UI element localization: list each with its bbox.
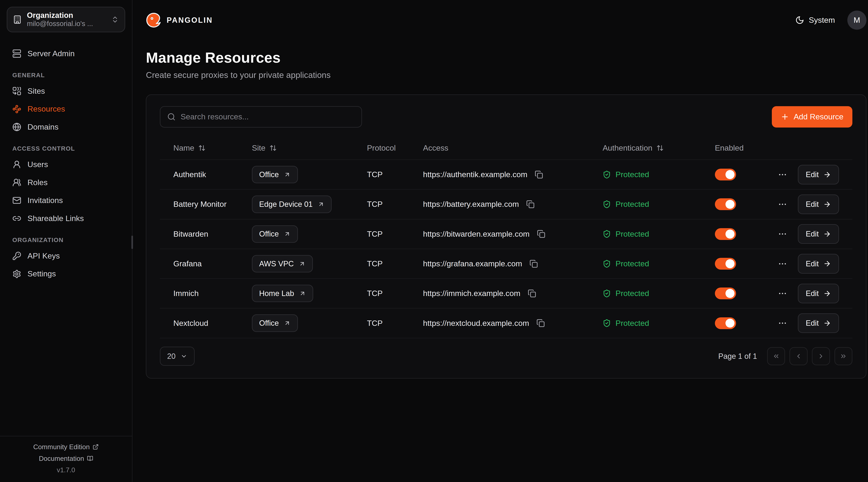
access-url: https://bitwarden.example.com xyxy=(423,230,530,238)
more-actions-button[interactable] xyxy=(776,288,788,299)
shield-check-icon xyxy=(602,170,611,179)
brand-name: PANGOLIN xyxy=(167,16,213,25)
search-input[interactable] xyxy=(181,112,355,121)
shield-check-icon xyxy=(602,260,611,268)
gear-icon xyxy=(12,269,21,279)
sidebar-item-sites[interactable]: Sites xyxy=(7,82,125,100)
resource-name: Grafana xyxy=(174,259,252,268)
site-link[interactable]: Edge Device 01 xyxy=(252,196,332,213)
version-label: v1.7.0 xyxy=(5,466,126,474)
actions-cell: Edit xyxy=(774,194,839,214)
shield-check-icon xyxy=(602,200,611,208)
copy-icon[interactable] xyxy=(534,169,544,180)
more-actions-button[interactable] xyxy=(776,169,788,181)
authentication-cell: Protected xyxy=(602,200,715,209)
copy-icon[interactable] xyxy=(527,288,537,299)
sidebar-item-label: Server Admin xyxy=(27,49,75,58)
access-cell: https://immich.example.com xyxy=(423,288,602,299)
resource-name: Bitwarden xyxy=(174,230,252,238)
external-link-icon xyxy=(93,444,99,450)
sidebar: Organization milo@fossorial.io's ... Ser… xyxy=(0,0,132,482)
documentation-link[interactable]: Documentation xyxy=(5,455,126,462)
authentication-cell: Protected xyxy=(602,170,715,179)
auth-status: Protected xyxy=(616,289,649,298)
edit-button[interactable]: Edit xyxy=(798,284,839,303)
brand-logo-link[interactable]: PANGOLIN xyxy=(146,12,213,28)
org-selector-text: Organization milo@fossorial.io's ... xyxy=(27,11,106,28)
site-link[interactable]: Office xyxy=(252,314,298,332)
enabled-toggle[interactable] xyxy=(715,228,736,240)
column-header-enabled: Enabled xyxy=(715,143,774,153)
site-name: Office xyxy=(259,170,279,179)
column-header-access: Access xyxy=(423,143,602,153)
site-link[interactable]: Home Lab xyxy=(252,285,313,302)
next-page-button[interactable] xyxy=(812,347,830,365)
auth-status: Protected xyxy=(616,319,649,328)
previous-page-button[interactable] xyxy=(789,347,807,365)
column-label: Access xyxy=(423,143,448,153)
more-actions-button[interactable] xyxy=(776,317,788,329)
column-header-protocol: Protocol xyxy=(367,143,423,153)
edit-button[interactable]: Edit xyxy=(798,194,839,214)
sort-icon xyxy=(198,144,206,152)
copy-icon[interactable] xyxy=(528,258,539,269)
access-cell: https://grafana.example.com xyxy=(423,258,602,269)
enabled-cell xyxy=(715,169,774,181)
sidebar-item-server-admin[interactable]: Server Admin xyxy=(7,44,125,63)
users-icon xyxy=(12,178,21,187)
arrow-right-icon xyxy=(823,230,831,238)
theme-select[interactable]: System xyxy=(795,15,835,25)
copy-icon[interactable] xyxy=(536,229,546,239)
add-resource-label: Add Resource xyxy=(794,112,843,121)
more-actions-button[interactable] xyxy=(776,198,788,210)
first-page-button[interactable] xyxy=(767,347,785,365)
sidebar-item-roles[interactable]: Roles xyxy=(7,173,125,192)
section-label-organization: ORGANIZATION xyxy=(7,227,125,247)
search-box xyxy=(160,106,362,128)
sidebar-item-shareable-links[interactable]: Shareable Links xyxy=(7,210,125,227)
sidebar-item-settings[interactable]: Settings xyxy=(7,265,125,283)
sidebar-item-invitations[interactable]: Invitations xyxy=(7,191,125,210)
community-edition-link[interactable]: Community Edition xyxy=(5,443,126,451)
site-link[interactable]: Office xyxy=(252,225,298,243)
column-header-name[interactable]: Name xyxy=(174,143,252,153)
edit-button[interactable]: Edit xyxy=(798,313,839,333)
last-page-button[interactable] xyxy=(835,347,852,365)
enabled-toggle[interactable] xyxy=(715,169,736,181)
enabled-toggle[interactable] xyxy=(715,198,736,210)
sidebar-item-domains[interactable]: Domains xyxy=(7,118,125,136)
enabled-toggle[interactable] xyxy=(715,288,736,299)
enabled-cell xyxy=(715,317,774,329)
protocol-value: TCP xyxy=(367,289,423,298)
sidebar-item-resources[interactable]: Resources xyxy=(7,100,125,118)
enabled-toggle[interactable] xyxy=(715,317,736,329)
copy-icon[interactable] xyxy=(535,318,546,328)
column-header-authentication[interactable]: Authentication xyxy=(602,143,715,153)
more-actions-button[interactable] xyxy=(776,258,788,269)
sidebar-item-users[interactable]: Users xyxy=(7,156,125,173)
add-resource-button[interactable]: Add Resource xyxy=(772,106,852,128)
site-link[interactable]: Office xyxy=(252,166,298,183)
edit-button[interactable]: Edit xyxy=(798,224,839,244)
section-label-general: GENERAL xyxy=(7,63,125,82)
enabled-toggle[interactable] xyxy=(715,258,736,269)
more-actions-button[interactable] xyxy=(776,228,788,240)
copy-icon[interactable] xyxy=(525,199,536,210)
globe-icon xyxy=(12,123,21,131)
edit-button[interactable]: Edit xyxy=(798,165,839,185)
edit-button[interactable]: Edit xyxy=(798,254,839,274)
sidebar-resize-handle[interactable] xyxy=(131,236,133,249)
sidebar-item-label: Roles xyxy=(27,178,48,187)
column-header-site[interactable]: Site xyxy=(252,143,367,153)
table-row: Bitwarden Office TCP https://bitwarden.e… xyxy=(160,220,852,249)
actions-cell: Edit xyxy=(774,224,839,244)
page-size-select[interactable]: 20 xyxy=(160,347,195,366)
site-link[interactable]: AWS VPC xyxy=(252,255,313,272)
avatar[interactable]: M xyxy=(847,10,866,30)
arrow-up-right-icon xyxy=(284,320,290,326)
chevron-down-icon xyxy=(181,353,187,360)
sidebar-item-api-keys[interactable]: API Keys xyxy=(7,247,125,265)
arrow-right-icon xyxy=(823,319,831,327)
avatar-initial: M xyxy=(854,15,860,25)
org-selector[interactable]: Organization milo@fossorial.io's ... xyxy=(7,7,125,32)
